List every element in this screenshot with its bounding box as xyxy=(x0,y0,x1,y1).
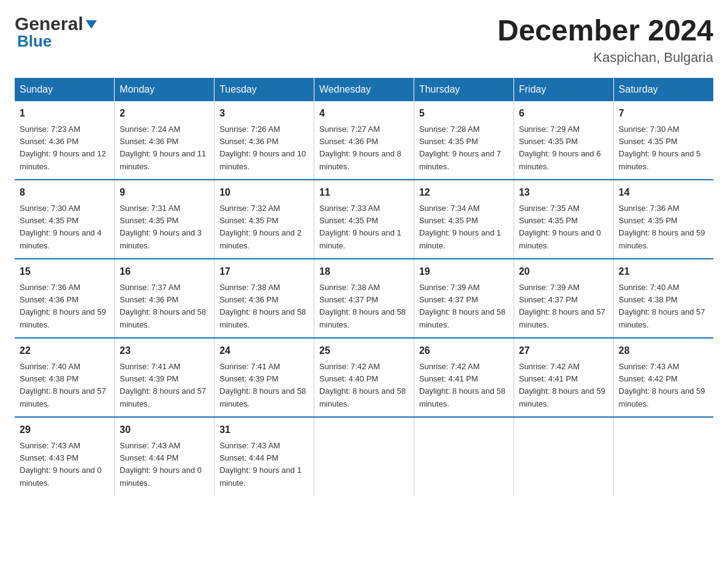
calendar-cell: 8 Sunrise: 7:30 AMSunset: 4:35 PMDayligh… xyxy=(15,180,115,259)
day-number: 14 xyxy=(619,185,708,200)
day-info: Sunrise: 7:36 AMSunset: 4:35 PMDaylight:… xyxy=(619,204,705,250)
calendar-cell: 25 Sunrise: 7:42 AMSunset: 4:40 PMDaylig… xyxy=(314,338,414,417)
day-number: 13 xyxy=(519,185,609,200)
day-number: 22 xyxy=(20,343,109,358)
day-info: Sunrise: 7:36 AMSunset: 4:36 PMDaylight:… xyxy=(20,283,106,329)
calendar-cell: 22 Sunrise: 7:40 AMSunset: 4:38 PMDaylig… xyxy=(15,338,115,417)
day-number: 21 xyxy=(619,264,708,279)
calendar-cell: 5 Sunrise: 7:28 AMSunset: 4:35 PMDayligh… xyxy=(414,101,514,180)
calendar-cell: 26 Sunrise: 7:42 AMSunset: 4:41 PMDaylig… xyxy=(414,338,514,417)
day-info: Sunrise: 7:34 AMSunset: 4:35 PMDaylight:… xyxy=(419,204,501,250)
title-block: December 2024 Kaspichan, Bulgaria xyxy=(498,15,713,66)
calendar-cell: 9 Sunrise: 7:31 AMSunset: 4:35 PMDayligh… xyxy=(115,180,214,259)
logo-blue-text: Blue xyxy=(17,33,98,49)
day-info: Sunrise: 7:43 AMSunset: 4:42 PMDaylight:… xyxy=(619,362,705,408)
day-number: 15 xyxy=(20,264,109,279)
logo-general-text: General xyxy=(15,15,83,33)
day-info: Sunrise: 7:27 AMSunset: 4:36 PMDaylight:… xyxy=(319,124,401,171)
day-info: Sunrise: 7:39 AMSunset: 4:37 PMDaylight:… xyxy=(519,283,605,329)
day-number: 6 xyxy=(519,106,609,121)
calendar-cell xyxy=(514,417,613,496)
calendar-cell: 24 Sunrise: 7:41 AMSunset: 4:39 PMDaylig… xyxy=(214,338,314,417)
calendar-cell: 19 Sunrise: 7:39 AMSunset: 4:37 PMDaylig… xyxy=(414,259,514,338)
calendar-cell: 21 Sunrise: 7:40 AMSunset: 4:38 PMDaylig… xyxy=(613,259,713,338)
day-info: Sunrise: 7:24 AMSunset: 4:36 PMDaylight:… xyxy=(119,124,206,171)
day-number: 31 xyxy=(219,423,309,437)
calendar-day-header: Friday xyxy=(514,78,613,101)
main-title: December 2024 xyxy=(498,15,713,47)
day-number: 9 xyxy=(119,185,209,200)
day-info: Sunrise: 7:35 AMSunset: 4:35 PMDaylight:… xyxy=(519,204,601,250)
calendar-cell: 28 Sunrise: 7:43 AMSunset: 4:42 PMDaylig… xyxy=(613,338,713,417)
calendar-cell: 1 Sunrise: 7:23 AMSunset: 4:36 PMDayligh… xyxy=(15,101,115,180)
day-info: Sunrise: 7:37 AMSunset: 4:36 PMDaylight:… xyxy=(119,283,206,329)
day-info: Sunrise: 7:30 AMSunset: 4:35 PMDaylight:… xyxy=(619,124,701,171)
calendar-day-header: Tuesday xyxy=(214,78,314,101)
day-info: Sunrise: 7:43 AMSunset: 4:44 PMDaylight:… xyxy=(219,441,301,488)
page-header: General Blue December 2024 Kaspichan, Bu… xyxy=(15,15,713,66)
calendar-cell: 7 Sunrise: 7:30 AMSunset: 4:35 PMDayligh… xyxy=(613,101,713,180)
day-number: 2 xyxy=(119,106,209,121)
calendar-cell xyxy=(314,417,414,496)
day-number: 11 xyxy=(319,185,409,200)
day-info: Sunrise: 7:26 AMSunset: 4:36 PMDaylight:… xyxy=(219,124,306,171)
calendar-cell: 17 Sunrise: 7:38 AMSunset: 4:36 PMDaylig… xyxy=(214,259,314,338)
svg-marker-0 xyxy=(86,20,97,29)
day-number: 19 xyxy=(419,264,509,279)
day-number: 10 xyxy=(219,185,309,200)
day-number: 30 xyxy=(119,423,209,437)
calendar-day-header: Sunday xyxy=(15,78,115,101)
calendar-cell xyxy=(613,417,713,496)
calendar-cell: 12 Sunrise: 7:34 AMSunset: 4:35 PMDaylig… xyxy=(414,180,514,259)
calendar-cell: 31 Sunrise: 7:43 AMSunset: 4:44 PMDaylig… xyxy=(214,417,314,496)
day-info: Sunrise: 7:33 AMSunset: 4:35 PMDaylight:… xyxy=(319,204,401,250)
day-number: 16 xyxy=(119,264,209,279)
day-info: Sunrise: 7:43 AMSunset: 4:43 PMDaylight:… xyxy=(20,441,102,488)
calendar-cell: 3 Sunrise: 7:26 AMSunset: 4:36 PMDayligh… xyxy=(214,101,314,180)
day-number: 29 xyxy=(20,423,109,437)
calendar-cell: 13 Sunrise: 7:35 AMSunset: 4:35 PMDaylig… xyxy=(514,180,613,259)
calendar-cell: 11 Sunrise: 7:33 AMSunset: 4:35 PMDaylig… xyxy=(314,180,414,259)
day-number: 3 xyxy=(219,106,309,121)
day-info: Sunrise: 7:38 AMSunset: 4:36 PMDaylight:… xyxy=(219,283,306,329)
day-number: 24 xyxy=(219,343,309,358)
day-info: Sunrise: 7:41 AMSunset: 4:39 PMDaylight:… xyxy=(219,362,306,408)
calendar-cell xyxy=(414,417,514,496)
day-number: 1 xyxy=(20,106,109,121)
calendar-week-row: 1 Sunrise: 7:23 AMSunset: 4:36 PMDayligh… xyxy=(15,101,713,180)
day-info: Sunrise: 7:32 AMSunset: 4:35 PMDaylight:… xyxy=(219,204,301,250)
calendar-cell: 4 Sunrise: 7:27 AMSunset: 4:36 PMDayligh… xyxy=(314,101,414,180)
day-number: 7 xyxy=(619,106,708,121)
day-number: 20 xyxy=(519,264,609,279)
calendar-day-header: Thursday xyxy=(414,78,514,101)
calendar-cell: 15 Sunrise: 7:36 AMSunset: 4:36 PMDaylig… xyxy=(15,259,115,338)
day-info: Sunrise: 7:42 AMSunset: 4:41 PMDaylight:… xyxy=(419,362,506,408)
calendar-header-row: SundayMondayTuesdayWednesdayThursdayFrid… xyxy=(15,78,713,101)
calendar-cell: 14 Sunrise: 7:36 AMSunset: 4:35 PMDaylig… xyxy=(613,180,713,259)
calendar-cell: 29 Sunrise: 7:43 AMSunset: 4:43 PMDaylig… xyxy=(15,417,115,496)
calendar-day-header: Wednesday xyxy=(314,78,414,101)
day-number: 26 xyxy=(419,343,509,358)
day-info: Sunrise: 7:40 AMSunset: 4:38 PMDaylight:… xyxy=(20,362,106,408)
day-number: 28 xyxy=(619,343,708,358)
day-number: 27 xyxy=(519,343,609,358)
calendar-cell: 10 Sunrise: 7:32 AMSunset: 4:35 PMDaylig… xyxy=(214,180,314,259)
day-info: Sunrise: 7:41 AMSunset: 4:39 PMDaylight:… xyxy=(119,362,206,408)
day-info: Sunrise: 7:43 AMSunset: 4:44 PMDaylight:… xyxy=(119,441,202,488)
day-number: 17 xyxy=(219,264,309,279)
day-number: 18 xyxy=(319,264,409,279)
day-info: Sunrise: 7:38 AMSunset: 4:37 PMDaylight:… xyxy=(319,283,406,329)
day-info: Sunrise: 7:29 AMSunset: 4:35 PMDaylight:… xyxy=(519,124,601,171)
day-number: 8 xyxy=(20,185,109,200)
calendar-cell: 6 Sunrise: 7:29 AMSunset: 4:35 PMDayligh… xyxy=(514,101,613,180)
day-number: 5 xyxy=(419,106,509,121)
calendar-cell: 2 Sunrise: 7:24 AMSunset: 4:36 PMDayligh… xyxy=(115,101,214,180)
calendar-cell: 23 Sunrise: 7:41 AMSunset: 4:39 PMDaylig… xyxy=(115,338,214,417)
calendar-cell: 18 Sunrise: 7:38 AMSunset: 4:37 PMDaylig… xyxy=(314,259,414,338)
logo: General Blue xyxy=(15,15,98,49)
day-info: Sunrise: 7:30 AMSunset: 4:35 PMDaylight:… xyxy=(20,204,102,250)
day-info: Sunrise: 7:42 AMSunset: 4:40 PMDaylight:… xyxy=(319,362,406,408)
day-number: 23 xyxy=(119,343,209,358)
calendar-week-row: 22 Sunrise: 7:40 AMSunset: 4:38 PMDaylig… xyxy=(15,338,713,417)
day-info: Sunrise: 7:31 AMSunset: 4:35 PMDaylight:… xyxy=(119,204,202,250)
